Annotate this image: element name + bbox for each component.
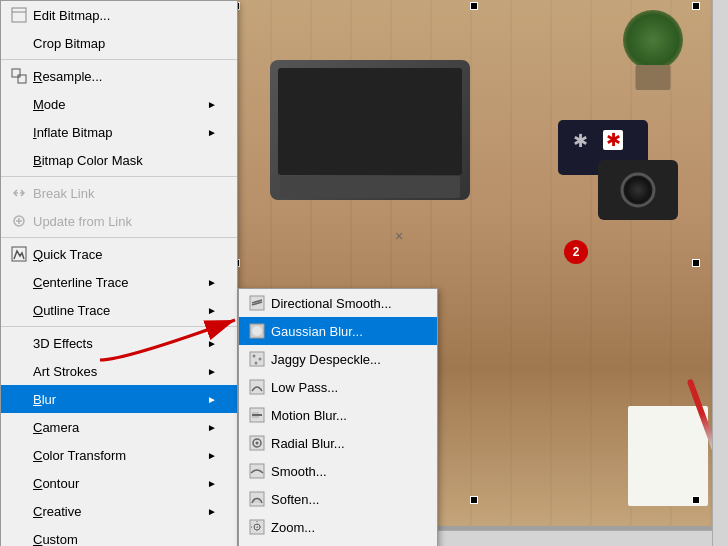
menu-item-resample[interactable]: Resample... bbox=[1, 62, 237, 90]
radial-blur-icon bbox=[247, 433, 267, 453]
custom-label: Custom bbox=[33, 532, 217, 547]
blur-icon bbox=[9, 389, 29, 409]
blur-item-low-pass[interactable]: Low Pass... bbox=[239, 373, 437, 401]
menu-item-camera[interactable]: Camera ► bbox=[1, 413, 237, 441]
blur-label: Blur bbox=[33, 392, 202, 407]
edit-bitmap-icon bbox=[9, 5, 29, 25]
blur-item-radial-blur[interactable]: Radial Blur... bbox=[239, 429, 437, 457]
menu-item-contour[interactable]: Contour ► bbox=[1, 469, 237, 497]
color-transform-label: Color Transform bbox=[33, 448, 202, 463]
quick-trace-icon bbox=[9, 244, 29, 264]
plant-pot bbox=[636, 65, 671, 90]
svg-rect-2 bbox=[12, 69, 20, 77]
menu-item-creative[interactable]: Creative ► bbox=[1, 497, 237, 525]
blur-item-soften[interactable]: Soften... bbox=[239, 485, 437, 513]
inflate-icon bbox=[9, 122, 29, 142]
centerline-trace-icon bbox=[9, 272, 29, 292]
update-from-link-icon bbox=[9, 211, 29, 231]
mode-icon bbox=[9, 94, 29, 114]
separator-1 bbox=[1, 59, 237, 60]
low-pass-label: Low Pass... bbox=[271, 380, 417, 395]
mode-arrow: ► bbox=[207, 99, 217, 110]
3d-effects-label: 3D Effects bbox=[33, 336, 202, 351]
menu-item-outline-trace[interactable]: Outline Trace ► bbox=[1, 296, 237, 324]
art-strokes-arrow: ► bbox=[207, 366, 217, 377]
separator-4 bbox=[1, 326, 237, 327]
blur-item-zoom[interactable]: Zoom... bbox=[239, 513, 437, 541]
menu-item-inflate-bitmap[interactable]: Inflate Bitmap ► bbox=[1, 118, 237, 146]
quick-trace-label: Quick Trace bbox=[33, 247, 217, 262]
camera bbox=[598, 160, 678, 220]
creative-label: Creative bbox=[33, 504, 202, 519]
smooth-icon bbox=[247, 461, 267, 481]
menu-item-mode[interactable]: Mode ► bbox=[1, 90, 237, 118]
svg-rect-0 bbox=[12, 8, 26, 22]
transform-x: × bbox=[395, 228, 403, 244]
zoom-blur-icon bbox=[247, 517, 267, 537]
outline-trace-icon bbox=[9, 300, 29, 320]
centerline-trace-label: Centerline Trace bbox=[33, 275, 202, 290]
plant bbox=[618, 10, 688, 90]
break-link-label: Break Link bbox=[33, 186, 217, 201]
laptop-screen bbox=[278, 68, 462, 175]
creative-icon bbox=[9, 501, 29, 521]
menu-item-crop-bitmap[interactable]: Crop Bitmap bbox=[1, 29, 237, 57]
blur-item-smooth[interactable]: Smooth... bbox=[239, 457, 437, 485]
resample-label: Resample... bbox=[33, 69, 217, 84]
gaussian-blur-label: Gaussian Blur... bbox=[271, 324, 417, 339]
primary-context-menu: Edit Bitmap... Crop Bitmap Resample... M… bbox=[0, 0, 238, 546]
menu-item-color-transform[interactable]: Color Transform ► bbox=[1, 441, 237, 469]
right-scrollbar[interactable] bbox=[712, 0, 728, 546]
menu-item-custom[interactable]: Custom bbox=[1, 525, 237, 546]
menu-item-centerline-trace[interactable]: Centerline Trace ► bbox=[1, 268, 237, 296]
art-strokes-label: Art Strokes bbox=[33, 364, 202, 379]
selection-handle-br bbox=[692, 496, 700, 504]
svg-point-22 bbox=[256, 442, 259, 445]
selection-handle-bm bbox=[470, 496, 478, 504]
menu-item-edit-bitmap[interactable]: Edit Bitmap... bbox=[1, 1, 237, 29]
contour-label: Contour bbox=[33, 476, 202, 491]
directional-smooth-label: Directional Smooth... bbox=[271, 296, 417, 311]
bitmap-color-mask-label: Bitmap Color Mask bbox=[33, 153, 217, 168]
menu-item-blur[interactable]: Blur ► bbox=[1, 385, 237, 413]
blur-item-jaggy-despeckle[interactable]: Jaggy Despeckle... bbox=[239, 345, 437, 373]
outline-trace-arrow: ► bbox=[207, 305, 217, 316]
color-transform-icon bbox=[9, 445, 29, 465]
low-pass-icon bbox=[247, 377, 267, 397]
jaggy-despeckle-label: Jaggy Despeckle... bbox=[271, 352, 417, 367]
crop-icon bbox=[9, 33, 29, 53]
camera-label: Camera bbox=[33, 420, 202, 435]
resample-icon bbox=[9, 66, 29, 86]
camera-icon bbox=[9, 417, 29, 437]
jaggy-despeckle-icon bbox=[247, 349, 267, 369]
menu-item-3d-effects[interactable]: 3D Effects ► bbox=[1, 329, 237, 357]
menu-item-quick-trace[interactable]: Quick Trace bbox=[1, 240, 237, 268]
svg-point-13 bbox=[259, 358, 262, 361]
motion-blur-label: Motion Blur... bbox=[271, 408, 417, 423]
blur-item-smart-blur[interactable]: S Smart Blur... bbox=[239, 541, 437, 546]
svg-point-12 bbox=[253, 355, 256, 358]
custom-icon bbox=[9, 529, 29, 546]
menu-item-update-from-link[interactable]: Update from Link bbox=[1, 207, 237, 235]
camera-arrow: ► bbox=[207, 422, 217, 433]
blur-arrow: ► bbox=[207, 394, 217, 405]
menu-item-bitmap-color-mask[interactable]: Bitmap Color Mask bbox=[1, 146, 237, 174]
blur-item-gaussian-blur[interactable]: Gaussian Blur... bbox=[239, 317, 437, 345]
blur-submenu: Directional Smooth... Gaussian Blur... J… bbox=[238, 288, 438, 546]
contour-arrow: ► bbox=[207, 478, 217, 489]
menu-item-break-link[interactable]: Break Link bbox=[1, 179, 237, 207]
svg-rect-3 bbox=[18, 75, 26, 83]
contour-icon bbox=[9, 473, 29, 493]
art-strokes-icon bbox=[9, 361, 29, 381]
blur-item-motion-blur[interactable]: Motion Blur... bbox=[239, 401, 437, 429]
plant-leaves bbox=[623, 10, 683, 70]
creative-arrow: ► bbox=[207, 506, 217, 517]
laptop bbox=[270, 60, 470, 200]
radial-blur-label: Radial Blur... bbox=[271, 436, 417, 451]
svg-point-10 bbox=[252, 326, 262, 336]
inflate-arrow: ► bbox=[207, 127, 217, 138]
blur-item-directional-smooth[interactable]: Directional Smooth... bbox=[239, 289, 437, 317]
separator-3 bbox=[1, 237, 237, 238]
menu-item-art-strokes[interactable]: Art Strokes ► bbox=[1, 357, 237, 385]
smooth-label: Smooth... bbox=[271, 464, 417, 479]
